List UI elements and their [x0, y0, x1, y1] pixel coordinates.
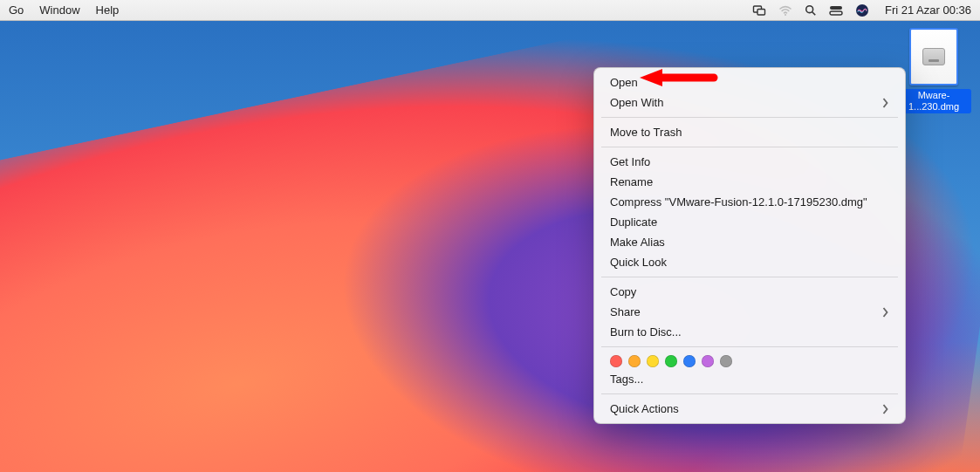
- dmg-file-icon: [909, 28, 958, 86]
- chevron-right-icon: [881, 404, 889, 414]
- context-menu: Open Open With Move to Trash Get Info Re…: [593, 67, 906, 424]
- search-icon[interactable]: [805, 4, 817, 17]
- ctx-move-to-trash[interactable]: Move to Trash: [594, 122, 905, 142]
- ctx-separator: [601, 277, 898, 277]
- ctx-burn-to-disc[interactable]: Burn to Disc...: [594, 322, 905, 342]
- ctx-tags-label: Tags...: [610, 373, 643, 386]
- ctx-copy-label: Copy: [610, 285, 636, 298]
- ctx-share[interactable]: Share: [594, 302, 905, 322]
- tag-yellow[interactable]: [647, 355, 659, 367]
- ctx-share-label: Share: [610, 305, 641, 318]
- chevron-right-icon: [881, 307, 889, 318]
- ctx-separator: [601, 117, 898, 118]
- ctx-duplicate[interactable]: Duplicate: [594, 212, 905, 232]
- ctx-duplicate-label: Duplicate: [610, 215, 657, 229]
- desktop-file-vmware-dmg[interactable]: Mware-1...230.dmg: [896, 28, 971, 113]
- disk-drive-icon: [922, 48, 945, 65]
- tag-red[interactable]: [610, 355, 622, 367]
- menu-bar-right: Fri 21 Azar 00:36: [752, 3, 971, 17]
- ctx-separator: [601, 147, 898, 147]
- ctx-separator: [601, 346, 898, 347]
- ctx-make-alias-label: Make Alias: [610, 236, 665, 249]
- menu-go[interactable]: Go: [9, 3, 24, 17]
- ctx-tags[interactable]: Tags...: [594, 369, 905, 389]
- ctx-tag-row: [594, 352, 905, 369]
- ctx-get-info-label: Get Info: [610, 155, 650, 168]
- desktop[interactable]: Mware-1...230.dmg Open Open With Move to…: [0, 21, 980, 472]
- ctx-open-with[interactable]: Open With: [594, 92, 905, 113]
- screen-mirroring-icon[interactable]: [752, 3, 766, 17]
- ctx-rename[interactable]: Rename: [594, 172, 905, 192]
- tag-orange[interactable]: [628, 355, 641, 367]
- ctx-rename-label: Rename: [610, 175, 653, 188]
- ctx-quick-actions-label: Quick Actions: [610, 402, 679, 415]
- tag-green[interactable]: [665, 355, 677, 367]
- svg-point-3: [806, 5, 813, 12]
- ctx-burn-label: Burn to Disc...: [610, 325, 682, 339]
- ctx-copy[interactable]: Copy: [594, 282, 905, 302]
- ctx-quick-actions[interactable]: Quick Actions: [594, 399, 905, 419]
- tag-blue[interactable]: [683, 355, 696, 367]
- ctx-quick-look[interactable]: Quick Look: [594, 252, 905, 272]
- desktop-file-label: Mware-1...230.dmg: [896, 89, 971, 113]
- clock-text[interactable]: Fri 21 Azar 00:36: [885, 3, 971, 17]
- svg-line-4: [812, 11, 816, 15]
- svg-rect-1: [757, 9, 765, 15]
- ctx-open-label: Open: [610, 76, 638, 89]
- svg-rect-5: [830, 6, 842, 10]
- ctx-separator: [601, 393, 898, 394]
- tag-purple[interactable]: [702, 355, 714, 367]
- ctx-move-to-trash-label: Move to Trash: [610, 126, 682, 139]
- ctx-open-with-label: Open With: [610, 96, 663, 109]
- ctx-compress[interactable]: Compress "VMware-Fusion-12.1.0-17195230.…: [594, 192, 905, 212]
- menu-bar-left: Go Window Help: [9, 3, 119, 17]
- ctx-get-info[interactable]: Get Info: [594, 152, 905, 172]
- svg-point-2: [785, 14, 786, 16]
- menu-help[interactable]: Help: [96, 3, 120, 17]
- ctx-quick-look-label: Quick Look: [610, 256, 667, 269]
- ctx-make-alias[interactable]: Make Alias: [594, 232, 905, 252]
- chevron-right-icon: [881, 98, 889, 108]
- tag-gray[interactable]: [720, 355, 732, 367]
- siri-icon[interactable]: [855, 3, 869, 17]
- wifi-icon[interactable]: [778, 3, 792, 17]
- ctx-open[interactable]: Open: [594, 72, 905, 92]
- menu-bar: Go Window Help Fri 21 Azar 00:36: [0, 0, 980, 21]
- ctx-compress-label: Compress "VMware-Fusion-12.1.0-17195230.…: [610, 195, 867, 209]
- control-center-icon[interactable]: [829, 3, 843, 17]
- svg-rect-6: [830, 11, 842, 15]
- menu-window[interactable]: Window: [39, 3, 79, 17]
